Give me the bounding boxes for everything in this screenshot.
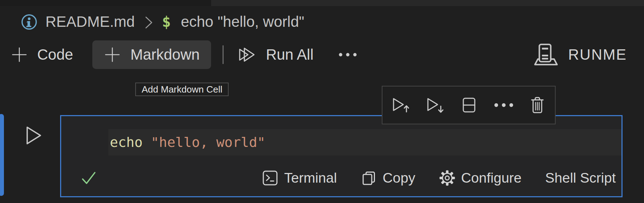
add-code-cell-button[interactable]: Code — [11, 46, 73, 63]
tooltip-add-markdown-cell: Add Markdown Cell — [135, 83, 229, 96]
delete-cell-button[interactable] — [529, 96, 546, 114]
info-icon — [21, 14, 38, 30]
code-text: echo "hello, world" — [110, 134, 265, 150]
execute-above-icon — [392, 96, 410, 114]
code-string: "hello, world" — [151, 134, 265, 150]
run-cell-icon — [25, 125, 43, 146]
add-markdown-label: Markdown — [130, 46, 200, 63]
execute-above-button[interactable] — [392, 96, 410, 114]
breadcrumb: README.md $ echo "hello, world" — [21, 11, 304, 32]
language-selector[interactable]: Shell Script — [543, 170, 618, 186]
notebook-editor: README.md $ echo "hello, world" Code Mar… — [0, 0, 644, 203]
plus-icon — [11, 46, 28, 63]
run-all-label: Run All — [266, 46, 313, 63]
runme-logo-icon — [533, 43, 559, 66]
copy-button[interactable]: Copy — [358, 169, 418, 187]
split-cell-button[interactable] — [460, 96, 478, 114]
execute-below-icon — [426, 96, 445, 114]
terminal-icon — [262, 170, 278, 186]
execute-below-button[interactable] — [426, 96, 445, 114]
tab-bar — [211, 0, 644, 6]
configure-label: Configure — [461, 170, 522, 186]
cell-status-bar: Terminal Copy — [61, 165, 621, 196]
run-cell-button[interactable] — [24, 125, 43, 146]
language-label: Shell Script — [545, 170, 616, 186]
add-code-label: Code — [37, 46, 73, 63]
chevron-right-icon — [144, 15, 153, 30]
toolbar-divider — [223, 45, 224, 64]
kernel-label: RUNME — [568, 46, 627, 63]
code-line[interactable]: echo "hello, world" — [108, 129, 621, 155]
terminal-label: Terminal — [284, 170, 337, 186]
copy-label: Copy — [383, 170, 415, 186]
success-check-icon — [80, 170, 97, 186]
cell-toolbar — [382, 86, 556, 124]
code-cell[interactable]: echo "hello, world" Termin — [60, 115, 623, 197]
code-keyword: echo — [110, 134, 143, 150]
configure-button[interactable]: Configure — [437, 169, 524, 187]
plus-icon — [104, 46, 121, 63]
tab-bar-active-segment — [0, 0, 211, 6]
split-cell-icon — [460, 96, 478, 114]
breadcrumb-cell-command[interactable]: echo "hello, world" — [181, 13, 304, 30]
cell-status-actions: Terminal Copy — [260, 169, 618, 187]
code-space — [143, 134, 151, 150]
terminal-button[interactable]: Terminal — [260, 169, 339, 187]
gear-icon — [439, 170, 455, 186]
copy-icon — [361, 170, 377, 186]
notebook-toolbar: Code Markdown Run All — [0, 39, 644, 70]
ellipsis-icon — [338, 53, 357, 57]
more-cell-actions-button[interactable] — [494, 103, 514, 108]
trash-icon — [529, 96, 546, 114]
more-actions-button[interactable] — [338, 53, 357, 57]
more-actions-icon — [494, 103, 514, 108]
run-all-icon — [237, 45, 257, 64]
breadcrumb-cell-prompt: $ — [162, 13, 171, 30]
cell-focus-indicator[interactable] — [0, 114, 4, 196]
run-all-button[interactable]: Run All — [237, 45, 313, 64]
add-markdown-cell-button[interactable]: Markdown — [92, 40, 211, 69]
kernel-selector-runme[interactable]: RUNME — [533, 43, 627, 66]
breadcrumb-file[interactable]: README.md — [45, 13, 135, 30]
